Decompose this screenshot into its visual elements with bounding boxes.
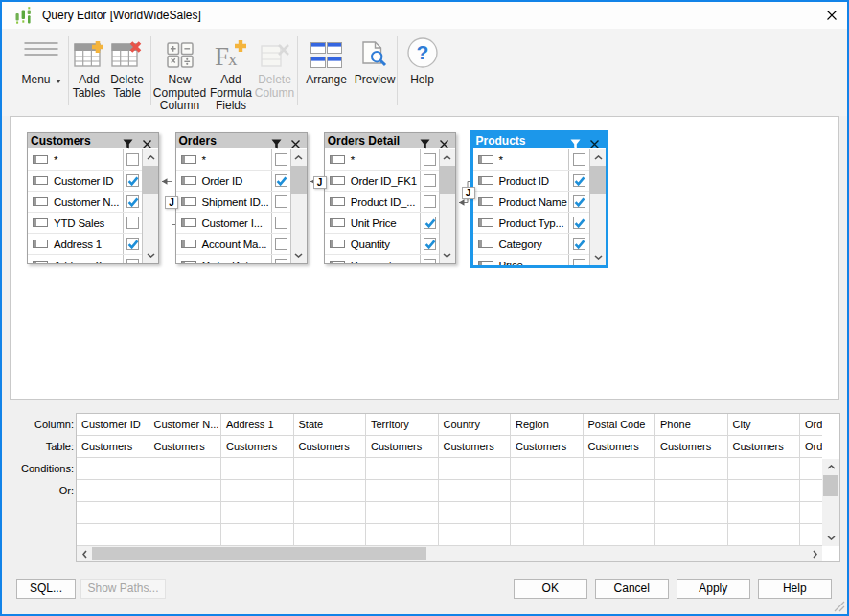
grid-cell[interactable] [511,458,584,480]
field-checkbox[interactable] [568,149,590,170]
grid-cell[interactable] [584,458,656,480]
scroll-up-icon[interactable] [590,149,606,166]
grid-cell[interactable] [149,480,222,502]
grid-cell[interactable] [655,502,728,524]
grid-cell[interactable] [366,524,439,546]
table-card-orders[interactable]: Orders * Order ID Shipment ID... Custome… [175,132,308,264]
grid-cell-column[interactable]: Postal Code [584,414,656,436]
grid-cell[interactable] [655,524,728,546]
field-checkbox[interactable] [271,213,290,233]
field-row[interactable]: Address 1 [28,234,142,255]
grid-cell[interactable] [366,502,439,524]
scroll-down-icon[interactable] [823,530,838,546]
grid-cell[interactable] [728,480,801,502]
grid-cell-column[interactable]: Phone [655,414,728,436]
table-card-customers[interactable]: Customers * Customer ID Customer N... YT… [27,132,159,264]
ok-button[interactable]: OK [514,579,588,599]
grid-cell-column[interactable]: Territory [366,414,439,436]
join-box[interactable]: J [462,187,475,199]
field-row[interactable]: Discount [325,255,439,263]
table-close-icon[interactable] [589,136,600,147]
grid-cell[interactable] [511,480,584,502]
grid-cell-table[interactable]: Customers [439,436,512,458]
field-row[interactable]: Unit Price [325,213,439,234]
preview-button[interactable]: Preview [350,36,400,113]
grid-cell-column[interactable]: Customer ID [77,414,149,436]
field-row[interactable]: Product Typ... [473,213,590,234]
grid-cell[interactable] [366,480,439,502]
scroll-thumb[interactable] [440,166,455,194]
cancel-button[interactable]: Cancel [595,579,670,599]
field-row[interactable]: Price [473,255,590,265]
grid-cell[interactable] [294,524,367,546]
filter-icon[interactable] [570,136,581,147]
grid-cell[interactable] [584,524,656,546]
grid-cell[interactable] [439,502,512,524]
new-computed-column-button[interactable]: New Computed Column [150,36,210,113]
field-row[interactable]: Order ID [176,171,290,192]
field-checkbox[interactable] [568,234,590,254]
grid-cell[interactable] [800,458,822,480]
field-checkbox[interactable] [123,171,142,191]
grid-cell[interactable] [77,524,149,546]
grid-cell[interactable] [77,502,149,524]
field-row[interactable]: Account Ma... [176,234,290,255]
grid-cell[interactable] [511,524,584,546]
field-row[interactable]: Address 2 [28,255,142,263]
grid-cell-table[interactable]: Customers [655,436,728,458]
grid-cell[interactable] [149,524,222,546]
grid-cell-column[interactable]: Address 1 [221,414,294,436]
grid-cell[interactable] [221,524,294,546]
grid-cell[interactable] [584,480,656,502]
card-scrollbar[interactable] [142,149,158,263]
resize-grip-icon[interactable] [832,599,845,612]
grid-cell[interactable] [511,502,584,524]
scroll-down-icon[interactable] [143,247,158,263]
grid-cell-column[interactable]: Order ID [800,414,822,436]
delete-table-button[interactable]: Delete Table [105,36,149,113]
field-checkbox[interactable] [271,149,290,170]
field-row[interactable]: Product ID [473,171,590,192]
scroll-up-icon[interactable] [291,149,307,166]
scroll-left-icon[interactable] [77,546,92,561]
field-row[interactable]: * [325,149,439,171]
table-card-header[interactable]: Orders Detail [325,133,455,148]
arrange-button[interactable]: Arrange [301,36,353,113]
scroll-thumb[interactable] [823,475,838,496]
field-row[interactable]: Product Name [473,192,590,213]
window-close-button[interactable] [821,5,842,26]
grid-cell[interactable] [655,458,728,480]
grid-cell[interactable] [439,480,512,502]
scroll-thumb[interactable] [92,547,426,560]
grid-cell-column[interactable]: Customer N... [149,414,222,436]
field-checkbox[interactable] [420,213,439,233]
scroll-thumb[interactable] [291,166,307,194]
grid-cell[interactable] [294,480,367,502]
field-checkbox[interactable] [123,213,142,233]
field-checkbox[interactable] [271,255,290,263]
scroll-down-icon[interactable] [291,247,307,263]
field-checkbox[interactable] [271,171,290,191]
field-checkbox[interactable] [420,171,439,191]
filter-icon[interactable] [420,136,430,147]
grid-cell[interactable] [655,480,728,502]
grid-cell[interactable] [439,524,512,546]
grid-cell-table[interactable]: Customers [511,436,584,458]
field-checkbox[interactable] [123,234,142,254]
grid-cell-column[interactable]: Country [439,414,512,436]
grid-cell-table[interactable]: Customers [294,436,367,458]
grid-cell[interactable] [728,502,801,524]
grid-cell[interactable] [728,524,801,546]
scroll-down-icon[interactable] [590,249,606,265]
scroll-thumb[interactable] [590,166,606,194]
field-checkbox[interactable] [568,255,590,265]
field-row[interactable]: Customer ID [28,171,142,192]
filter-icon[interactable] [271,136,282,147]
grid-cell[interactable] [149,458,222,480]
table-card-orders-detail[interactable]: Orders Detail * Order ID_FK1 Product ID_… [324,132,456,264]
table-close-icon[interactable] [142,136,152,147]
titlebar[interactable]: Query Editor [WorldWideSales] [2,2,847,29]
grid-cell-table[interactable]: Customers [366,436,439,458]
table-card-header[interactable]: Products [473,133,607,148]
grid-cell-table[interactable]: Orders [800,436,822,458]
